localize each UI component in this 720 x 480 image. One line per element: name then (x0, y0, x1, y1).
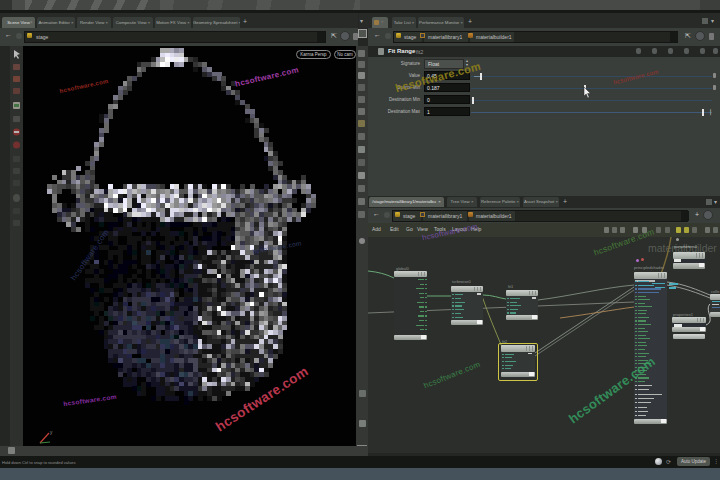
svg-text:y: y (50, 430, 53, 435)
